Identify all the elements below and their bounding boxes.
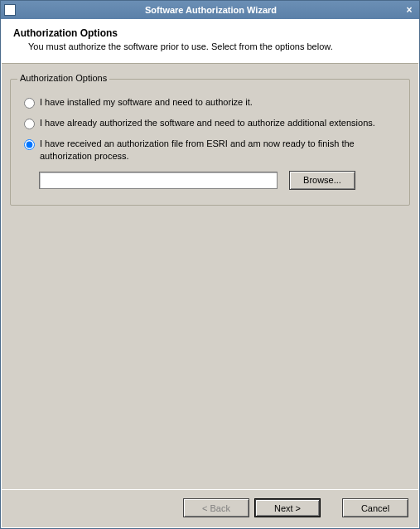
radio-file-label: I have received an authorization file fr…: [40, 138, 399, 163]
app-icon: [4, 4, 16, 16]
file-row: Browse...: [39, 171, 399, 190]
wizard-body: Authorization Options I have installed m…: [2, 64, 418, 489]
footer-spacer: [326, 498, 337, 517]
radio-option-file[interactable]: I have received an authorization file fr…: [24, 138, 399, 163]
wizard-footer: < Back Next > Cancel: [2, 489, 418, 527]
next-button[interactable]: Next >: [254, 498, 321, 517]
radio-install-label: I have installed my software and need to…: [40, 96, 399, 109]
auth-options-group: Authorization Options I have installed m…: [10, 79, 410, 206]
browse-button[interactable]: Browse...: [289, 171, 355, 190]
wizard-header: Authorization Options You must authorize…: [2, 19, 418, 64]
titlebar: Software Authorization Wizard ×: [1, 1, 419, 19]
window-title: Software Authorization Wizard: [19, 5, 403, 15]
cancel-button[interactable]: Cancel: [342, 498, 408, 517]
page-subtitle: You must authorize the software prior to…: [28, 41, 407, 51]
wizard-window: Software Authorization Wizard × Authoriz…: [0, 0, 420, 529]
back-button: < Back: [183, 498, 249, 517]
auth-file-input[interactable]: [39, 172, 278, 189]
radio-file-input[interactable]: [24, 139, 35, 150]
radio-extensions-input[interactable]: [24, 119, 35, 129]
client-area: Authorization Options You must authorize…: [1, 19, 419, 528]
radio-install-input[interactable]: [24, 98, 35, 109]
radio-extensions-label: I have already authorized the software a…: [40, 117, 399, 129]
radio-option-install[interactable]: I have installed my software and need to…: [24, 96, 399, 109]
group-legend: Authorization Options: [17, 73, 109, 83]
close-icon[interactable]: ×: [403, 3, 416, 17]
page-title: Authorization Options: [13, 27, 407, 39]
radio-option-extensions[interactable]: I have already authorized the software a…: [24, 117, 399, 129]
